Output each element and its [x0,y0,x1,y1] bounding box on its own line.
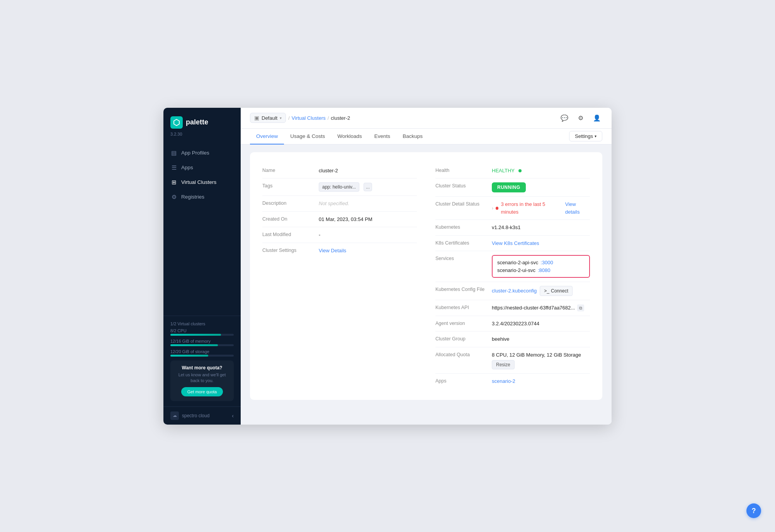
connect-button[interactable]: >_ Connect [540,286,572,296]
env-selector[interactable]: ▣ Default ▾ [250,113,286,123]
service-1-port[interactable]: :3000 [540,259,553,267]
kubernetes-value: v1.24.8-k3s1 [492,224,590,231]
topbar-right: 💬 ⚙ 👤 [559,112,602,123]
allocated-quota-row: Allocated Quota 8 CPU, 12 GiB Memory, 12… [435,347,590,374]
apps-icon: ☰ [170,164,177,171]
errors-text: 3 errors in the last 5 minutes [501,201,559,216]
cluster-detail-status-value: › 3 errors in the last 5 minutes View de… [492,201,590,216]
logo-text: palette [186,118,208,126]
k8s-api-value: https://nested-cluster-63ffd7aa7682... ⧉ [492,304,590,312]
storage-bar [170,355,208,357]
detail-left-col: Name cluster-2 Tags app: hello-univ... .… [262,163,417,389]
sidebar-item-registries[interactable]: ⚙ Registries [163,190,241,204]
storage-quota-label: 12/20 GiB of storage [170,349,234,354]
breadcrumb-sep-2: / [328,115,329,121]
main-content: ▣ Default ▾ / Virtual Clusters / cluster… [241,108,612,425]
k8s-api-row: Kubernetes API https://nested-cluster-63… [435,300,590,316]
health-row: Health HEALTHY [435,163,590,179]
agent-version-value: 3.2.4/20230223.0744 [492,320,590,328]
k8s-api-label: Kubernetes API [435,304,486,310]
service-2: scenario-2-ui-svc :8080 [497,267,585,274]
sidebar-item-app-profiles[interactable]: ▤ App Profiles [163,146,241,160]
kubeconfig-link[interactable]: cluster-2.kubeconfig [492,287,537,295]
error-indicator: › 3 errors in the last 5 minutes View de… [492,201,590,216]
tab-overview[interactable]: Overview [250,129,284,144]
view-k8s-certs-link[interactable]: View K8s Certificates [492,240,539,246]
sidebar: palette 3.2.30 ▤ App Profiles ☰ Apps ⊞ V… [163,108,241,425]
sidebar-item-label: App Profiles [181,150,209,156]
created-on-row: Created On 01 Mar, 2023, 03:54 PM [262,212,417,228]
detail-right-col: Health HEALTHY Cluster Status RUNNING [435,163,590,389]
view-details-errors-link[interactable]: View details [565,201,590,216]
name-label: Name [262,167,313,173]
cluster-status-value: RUNNING [492,182,590,192]
help-button[interactable]: ? [746,503,761,518]
k8s-certs-value: View K8s Certificates [492,240,590,247]
health-value: HEALTHY [492,167,590,175]
breadcrumb: / Virtual Clusters / cluster-2 [288,115,350,121]
want-quota-title: Want more quota? [174,365,230,371]
env-icon: ▣ [254,115,259,121]
notifications-button[interactable]: 💬 [559,112,570,123]
settings-label: Settings [575,133,593,139]
tab-workloads[interactable]: Workloads [331,129,368,144]
sidebar-item-virtual-clusters[interactable]: ⊞ Virtual Clusters [163,175,241,190]
last-modified-value: - [319,231,417,239]
virtual-clusters-quota-label: 1/2 Virtual clusters [170,321,234,326]
kubeconfig-row: Kubernetes Config File cluster-2.kubecon… [435,282,590,300]
tab-usage-costs[interactable]: Usage & Costs [284,129,331,144]
health-label: Health [435,167,486,173]
copy-api-button[interactable]: ⧉ [577,304,584,311]
apps-link[interactable]: scenario-2 [492,378,515,384]
topbar-left: ▣ Default ▾ / Virtual Clusters / cluster… [250,113,559,123]
get-quota-button[interactable]: Get more quota [181,387,223,396]
services-value: scenario-2-api-svc :3000 scenario-2-ui-s… [492,255,590,278]
want-quota-desc: Let us know and we'll get back to you. [174,372,230,384]
virtual-clusters-icon: ⊞ [170,179,177,186]
services-label: Services [435,255,486,261]
cluster-status-label: Cluster Status [435,182,486,189]
user-menu-button[interactable]: 👤 [591,112,602,123]
tab-events[interactable]: Events [368,129,396,144]
kubeconfig-value: cluster-2.kubeconfig >_ Connect [492,286,590,296]
kubernetes-label: Kubernetes [435,224,486,230]
description-label: Description [262,200,313,206]
sidebar-item-label: Apps [181,165,193,170]
tabs-bar-right: Settings ▾ [569,131,602,141]
settings-dropdown-button[interactable]: Settings ▾ [569,131,602,141]
cluster-detail-status-row: Cluster Detail Status › 3 errors in the … [435,197,590,220]
apps-row: Apps scenario-2 [435,374,590,389]
settings-chevron-icon: ▾ [595,134,597,138]
version-label: 3.2.30 [163,131,241,143]
settings-icon-button[interactable]: ⚙ [575,112,586,123]
cpu-quota-label: 8/2 CPU [170,328,234,333]
tabs-bar: Overview Usage & Costs Workloads Events … [241,129,612,144]
sidebar-item-apps[interactable]: ☰ Apps [163,160,241,175]
services-box: scenario-2-api-svc :3000 scenario-2-ui-s… [492,255,590,278]
agent-version-row: Agent version 3.2.4/20230223.0744 [435,316,590,332]
apps-value: scenario-2 [492,377,590,385]
name-row: Name cluster-2 [262,163,417,179]
tag-more-button[interactable]: ... [364,183,372,191]
service-2-port[interactable]: :8080 [538,267,551,274]
view-details-link[interactable]: View Details [319,248,346,253]
service-1: scenario-2-api-svc :3000 [497,259,585,267]
tab-backups[interactable]: Backups [396,129,429,144]
cluster-settings-label: Cluster Settings [262,247,313,253]
resize-button[interactable]: Resize [492,360,515,369]
collapse-sidebar-icon[interactable]: ‹ [232,413,234,419]
sidebar-nav: ▤ App Profiles ☰ Apps ⊞ Virtual Clusters… [163,143,241,316]
error-dot [496,207,498,210]
allocated-quota-value: 8 CPU, 12 GiB Memory, 12 GiB Storage Res… [492,351,590,370]
breadcrumb-virtual-clusters[interactable]: Virtual Clusters [292,115,326,121]
tags-row: Tags app: hello-univ... ... [262,178,417,196]
quota-section: 1/2 Virtual clusters 8/2 CPU 12/16 GiB o… [163,316,241,406]
sidebar-item-label: Registries [181,194,204,200]
topbar: ▣ Default ▾ / Virtual Clusters / cluster… [241,108,612,129]
tags-label: Tags [262,182,313,189]
tag-badge: app: hello-univ... [319,182,359,192]
kubernetes-row: Kubernetes v1.24.8-k3s1 [435,220,590,236]
cpu-bar-wrap [170,334,234,336]
content-area: Name cluster-2 Tags app: hello-univ... .… [241,144,612,425]
last-modified-row: Last Modified - [262,227,417,243]
